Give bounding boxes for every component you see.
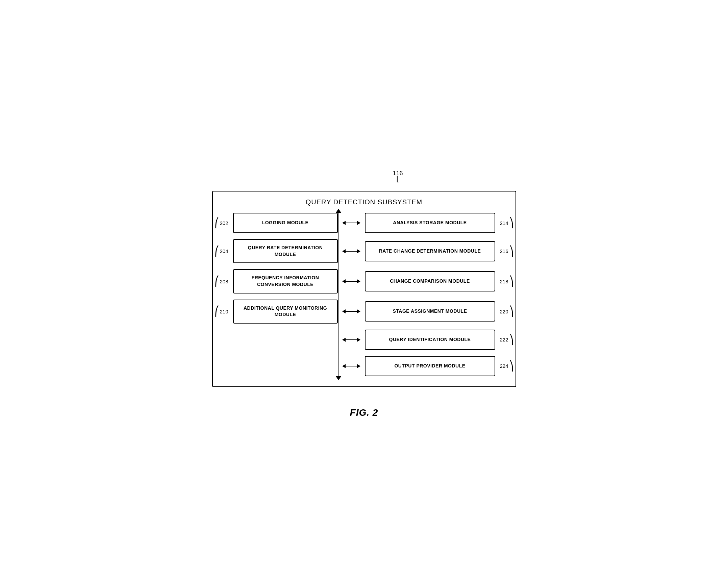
- logging-module-wrapper: ⎛ 202 LOGGING MODULE: [233, 213, 338, 233]
- rows-container: ⎛ 202 LOGGING MODULE: [220, 213, 509, 376]
- figure-label: FIG. 2: [350, 407, 378, 418]
- svg-marker-6: [342, 279, 346, 284]
- stage-assignment-module: STAGE ASSIGNMENT MODULE: [365, 301, 495, 321]
- ref-210: ⎛ 210: [214, 307, 228, 316]
- additional-query-module: ADDITIONAL QUERY MONITORING MODULE: [233, 299, 338, 323]
- svg-marker-12: [342, 338, 346, 342]
- svg-marker-9: [342, 309, 346, 313]
- svg-marker-15: [342, 364, 346, 368]
- change-comparison-wrapper: CHANGE COMPARISON MODULE 218 ⎞: [365, 271, 495, 292]
- outer-box: QUERY DETECTION SUBSYSTEM ⎛ 202 LOGGI: [212, 191, 516, 387]
- logging-arrow: [338, 218, 365, 228]
- vertical-line: [338, 213, 338, 376]
- freq-info-wrapper: ⎛ 208 FREQUENCY INFORMATION CONVERSION M…: [233, 269, 338, 293]
- freq-info-module: FREQUENCY INFORMATION CONVERSION MODULE: [233, 269, 338, 293]
- query-rate-wrapper: ⎛ 204 QUERY RATE DETERMINATION MODULE: [233, 239, 338, 263]
- ref-208: ⎛ 208: [214, 277, 228, 286]
- ref-224: 224 ⎞: [500, 361, 514, 371]
- query-rate-arrow: [338, 246, 365, 256]
- page-wrapper: 116 ⌊ QUERY DETECTION SUBSYSTEM ⎛ 202: [212, 170, 516, 418]
- change-comparison-module: CHANGE COMPARISON MODULE: [365, 271, 495, 292]
- output-provider-arrow: [338, 361, 365, 371]
- ref-204: ⎛ 204: [214, 247, 228, 256]
- diagram-container: 116 ⌊ QUERY DETECTION SUBSYSTEM ⎛ 202: [212, 170, 516, 387]
- rate-change-wrapper: RATE CHANGE DETERMINATION MODULE 216 ⎞: [365, 241, 495, 261]
- rate-change-module: RATE CHANGE DETERMINATION MODULE: [365, 241, 495, 261]
- svg-marker-4: [357, 249, 360, 253]
- row-freq-info: ⎛ 208 FREQUENCY INFORMATION CONVERSION M…: [233, 269, 495, 293]
- additional-query-arrow: [338, 306, 365, 316]
- analysis-storage-wrapper: ANALYSIS STORAGE MODULE 214 ⎞: [365, 213, 495, 233]
- ref-214: 214 ⎞: [500, 218, 514, 228]
- output-provider-module: OUTPUT PROVIDER MODULE: [365, 356, 495, 376]
- svg-marker-13: [357, 338, 360, 342]
- query-identification-wrapper: QUERY IDENTIFICATION MODULE 222 ⎞: [365, 330, 495, 350]
- row-output-provider: OUTPUT PROVIDER MODULE 224 ⎞: [233, 356, 495, 376]
- svg-marker-10: [357, 309, 360, 313]
- svg-marker-7: [357, 279, 360, 284]
- query-rate-module: QUERY RATE DETERMINATION MODULE: [233, 239, 338, 263]
- subsystem-title: QUERY DETECTION SUBSYSTEM: [220, 198, 509, 206]
- logging-module: LOGGING MODULE: [233, 213, 338, 233]
- stage-assignment-wrapper: STAGE ASSIGNMENT MODULE 220 ⎞: [365, 301, 495, 321]
- query-identification-module: QUERY IDENTIFICATION MODULE: [365, 330, 495, 350]
- ref-202: ⎛ 202: [214, 218, 228, 228]
- svg-marker-16: [357, 364, 360, 368]
- row-logging: ⎛ 202 LOGGING MODULE: [233, 213, 495, 233]
- svg-marker-3: [342, 249, 346, 253]
- row-additional-query: ⎛ 210 ADDITIONAL QUERY MONITORING MODULE: [233, 299, 495, 323]
- svg-marker-0: [342, 221, 346, 225]
- ref-222: 222 ⎞: [500, 335, 514, 344]
- ref-216: 216 ⎞: [500, 247, 514, 256]
- ref-218: 218 ⎞: [500, 277, 514, 286]
- row-query-rate: ⎛ 204 QUERY RATE DETERMINATION MODULE: [233, 239, 495, 263]
- vert-arrow-bottom: [336, 376, 341, 380]
- freq-info-arrow: [338, 276, 365, 287]
- vert-arrow-top: [336, 209, 341, 213]
- additional-query-wrapper: ⎛ 210 ADDITIONAL QUERY MONITORING MODULE: [233, 299, 338, 323]
- ref-220: 220 ⎞: [500, 307, 514, 316]
- analysis-storage-module: ANALYSIS STORAGE MODULE: [365, 213, 495, 233]
- query-id-arrow: [338, 335, 365, 345]
- output-provider-wrapper: OUTPUT PROVIDER MODULE 224 ⎞: [365, 356, 495, 376]
- row-query-identification: QUERY IDENTIFICATION MODULE 222 ⎞: [233, 330, 495, 350]
- svg-marker-1: [357, 221, 360, 225]
